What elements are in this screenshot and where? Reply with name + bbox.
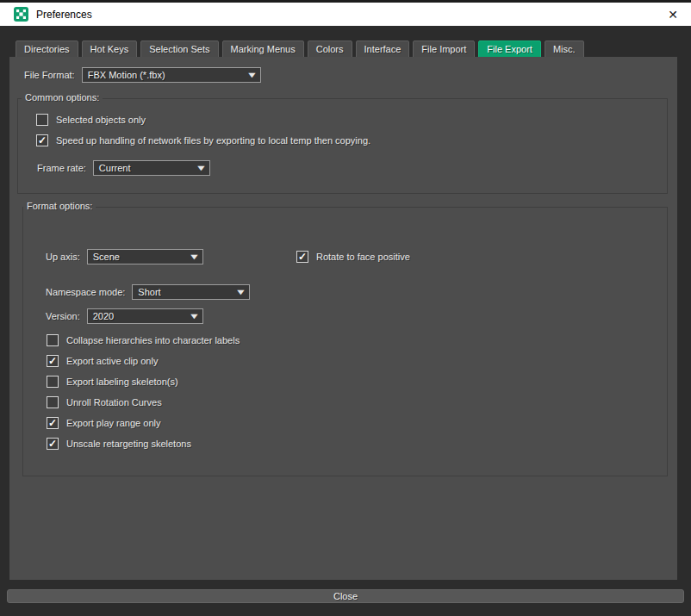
frame-rate-label: Frame rate:	[37, 163, 86, 173]
version-value: 2020	[93, 311, 114, 321]
up-axis-dropdown[interactable]: Scene ▼	[87, 249, 203, 264]
dropdown-arrow-icon: ▼	[188, 252, 200, 261]
selected-objects-only-row: ✓ Selected objects only	[36, 114, 146, 126]
window-title: Preferences	[36, 9, 92, 21]
unscale-retargeting-checkbox[interactable]: ✓	[47, 438, 59, 450]
file-format-dropdown[interactable]: FBX Motion (*.fbx) ▼	[82, 67, 261, 83]
checkmark-icon: ✓	[48, 439, 57, 449]
rotate-to-face-positive-label: Rotate to face positive	[316, 252, 410, 262]
file-export-panel: File Format: FBX Motion (*.fbx) ▼ Common…	[9, 57, 677, 580]
tab-colors[interactable]: Colors	[308, 40, 352, 59]
frame-rate-row: Frame rate: Current ▼	[37, 160, 210, 176]
selected-objects-only-label: Selected objects only	[56, 115, 146, 125]
speed-up-network-label: Speed up handling of network files by ex…	[56, 135, 370, 146]
dropdown-arrow-icon: ▼	[235, 288, 247, 296]
namespace-mode-value: Short	[138, 287, 160, 297]
collapse-hierarchies-label: Collapse hierarchies into character labe…	[66, 335, 240, 345]
rotate-to-face-positive-checkbox[interactable]: ✓	[296, 251, 308, 263]
unroll-rotation-curves-row: ✓ Unroll Rotation Curves	[47, 396, 162, 408]
common-options-group: Common options: ✓ Selected objects only …	[17, 98, 668, 194]
export-play-range-label: Export play range only	[66, 418, 160, 428]
file-format-row: File Format: FBX Motion (*.fbx) ▼	[24, 67, 261, 83]
tab-file-export[interactable]: File Export	[478, 40, 541, 59]
speed-up-network-row: ✓ Speed up handling of network files by …	[36, 134, 370, 146]
close-button[interactable]: Close	[7, 589, 684, 603]
namespace-mode-label: Namespace mode:	[46, 287, 125, 297]
tab-interface[interactable]: Interface	[356, 40, 410, 59]
export-play-range-row: ✓ Export play range only	[47, 417, 160, 429]
titlebar[interactable]: Preferences	[0, 3, 691, 26]
tab-bar: Directories Hot Keys Selection Sets Mark…	[16, 40, 584, 59]
app-icon	[14, 7, 28, 22]
export-active-clip-row: ✓ Export active clip only	[47, 355, 158, 367]
tab-hot-keys[interactable]: Hot Keys	[82, 40, 138, 59]
file-format-label: File Format:	[24, 70, 75, 80]
format-options-title: Format options:	[23, 201, 96, 211]
dropdown-arrow-icon: ▼	[195, 164, 207, 172]
tab-directories[interactable]: Directories	[16, 40, 78, 59]
unscale-retargeting-label: Unscale retargeting skeletons	[66, 439, 191, 449]
checkmark-icon: ✓	[48, 356, 57, 366]
tab-file-import[interactable]: File Import	[413, 40, 475, 59]
tab-misc[interactable]: Misc.	[545, 40, 584, 59]
version-label: Version:	[46, 311, 80, 321]
speed-up-network-checkbox[interactable]: ✓	[36, 134, 48, 146]
format-options-group: Format options: Up axis: Scene ▼ ✓ Rotat…	[22, 207, 668, 476]
dropdown-arrow-icon: ▼	[188, 312, 200, 320]
common-options-title: Common options:	[22, 92, 103, 103]
frame-rate-value: Current	[99, 163, 131, 173]
up-axis-row: Up axis: Scene ▼	[46, 249, 203, 264]
window-close-icon[interactable]: ✕	[668, 3, 678, 26]
dropdown-arrow-icon: ▼	[246, 71, 258, 79]
unscale-retargeting-row: ✓ Unscale retargeting skeletons	[47, 438, 191, 450]
version-row: Version: 2020 ▼	[46, 308, 203, 324]
namespace-mode-row: Namespace mode: Short ▼	[46, 284, 250, 300]
namespace-mode-dropdown[interactable]: Short ▼	[132, 284, 250, 300]
selected-objects-only-checkbox[interactable]: ✓	[36, 114, 48, 126]
export-active-clip-label: Export active clip only	[66, 356, 158, 366]
export-labeling-skeletons-row: ✓ Export labeling skeleton(s)	[47, 376, 178, 388]
export-labeling-skeletons-label: Export labeling skeleton(s)	[66, 376, 178, 387]
frame-rate-dropdown[interactable]: Current ▼	[93, 160, 210, 176]
checkmark-icon: ✓	[48, 418, 57, 428]
collapse-hierarchies-row: ✓ Collapse hierarchies into character la…	[47, 334, 240, 346]
collapse-hierarchies-checkbox[interactable]: ✓	[47, 334, 59, 346]
tab-marking-menus[interactable]: Marking Menus	[222, 40, 304, 59]
checkmark-icon: ✓	[298, 252, 307, 262]
export-labeling-skeletons-checkbox[interactable]: ✓	[47, 376, 59, 388]
up-axis-label: Up axis:	[46, 252, 80, 262]
preferences-window: Preferences ✕ Directories Hot Keys Selec…	[0, 0, 691, 616]
file-format-value: FBX Motion (*.fbx)	[88, 70, 165, 80]
rotate-to-face-positive-row: ✓ Rotate to face positive	[296, 251, 410, 263]
export-play-range-checkbox[interactable]: ✓	[47, 417, 59, 429]
export-active-clip-checkbox[interactable]: ✓	[47, 355, 59, 367]
unroll-rotation-curves-label: Unroll Rotation Curves	[66, 397, 162, 408]
up-axis-value: Scene	[93, 252, 120, 262]
checkmark-icon: ✓	[38, 135, 47, 146]
tab-selection-sets[interactable]: Selection Sets	[140, 40, 218, 59]
unroll-rotation-curves-checkbox[interactable]: ✓	[47, 396, 59, 408]
version-dropdown[interactable]: 2020 ▼	[87, 308, 203, 324]
